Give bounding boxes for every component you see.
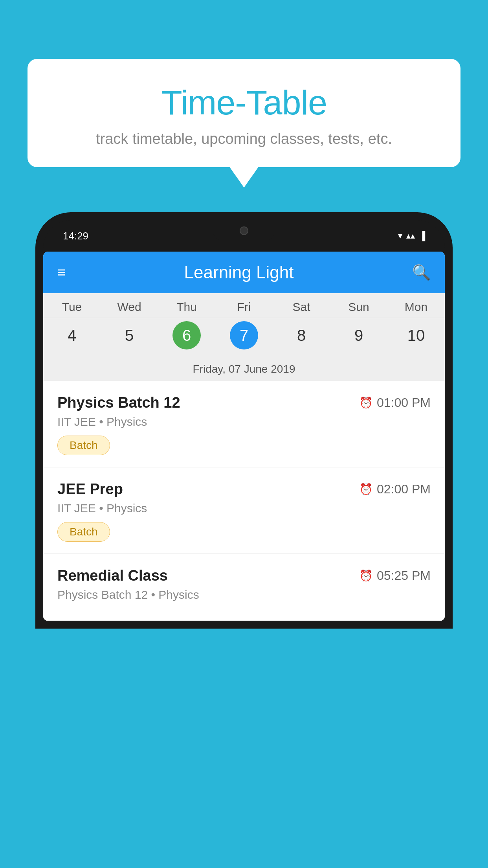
notch bbox=[213, 220, 275, 241]
speech-bubble-container: Time-Table track timetable, upcoming cla… bbox=[28, 59, 460, 167]
day-number-6[interactable]: 6 bbox=[158, 318, 215, 353]
clock-icon-3: ⏰ bbox=[359, 569, 373, 582]
app-header: ≡ Learning Light 🔍 bbox=[43, 252, 445, 293]
schedule-item-1[interactable]: Physics Batch 12 ⏰ 01:00 PM IIT JEE • Ph… bbox=[43, 381, 445, 467]
schedule-item-1-time: ⏰ 01:00 PM bbox=[359, 395, 431, 410]
status-icons: ▾ ▴▴ ▐ bbox=[398, 231, 425, 241]
schedule-item-2-title: JEE Prep bbox=[57, 481, 123, 498]
schedule-item-3[interactable]: Remedial Class ⏰ 05:25 PM Physics Batch … bbox=[43, 554, 445, 621]
bubble-title: Time-Table bbox=[51, 83, 437, 123]
schedule-item-2[interactable]: JEE Prep ⏰ 02:00 PM IIT JEE • Physics Ba… bbox=[43, 467, 445, 554]
schedule-item-2-subtitle: IIT JEE • Physics bbox=[57, 502, 431, 515]
search-icon[interactable]: 🔍 bbox=[412, 264, 431, 281]
day-number-10[interactable]: 10 bbox=[387, 324, 445, 348]
status-time: 14:29 bbox=[63, 230, 88, 242]
day-label-sat[interactable]: Sat bbox=[273, 293, 330, 318]
schedule-item-2-header: JEE Prep ⏰ 02:00 PM bbox=[57, 481, 431, 498]
phone-screen: ≡ Learning Light 🔍 Tue Wed Thu Fri Sat S… bbox=[43, 252, 445, 621]
schedule-item-3-header: Remedial Class ⏰ 05:25 PM bbox=[57, 567, 431, 584]
clock-icon-2: ⏰ bbox=[359, 483, 373, 496]
day-label-thu[interactable]: Thu bbox=[158, 293, 215, 318]
day-numbers-row: 4 5 6 7 8 9 10 bbox=[43, 318, 445, 357]
batch-tag-2[interactable]: Batch bbox=[57, 522, 110, 542]
day-number-9[interactable]: 9 bbox=[330, 324, 387, 348]
day-label-wed[interactable]: Wed bbox=[101, 293, 158, 318]
phone-frame: 14:29 ▾ ▴▴ ▐ ≡ Learning Light 🔍 Tue bbox=[35, 212, 453, 629]
hamburger-icon[interactable]: ≡ bbox=[57, 265, 66, 280]
schedule-item-2-time: ⏰ 02:00 PM bbox=[359, 482, 431, 497]
day-number-8[interactable]: 8 bbox=[273, 324, 330, 348]
speech-bubble: Time-Table track timetable, upcoming cla… bbox=[28, 59, 460, 167]
day-labels-row: Tue Wed Thu Fri Sat Sun Mon bbox=[43, 293, 445, 318]
day-number-4[interactable]: 4 bbox=[43, 324, 101, 348]
day-label-mon[interactable]: Mon bbox=[387, 293, 445, 318]
schedule-item-3-subtitle: Physics Batch 12 • Physics bbox=[57, 588, 431, 601]
app-title: Learning Light bbox=[184, 263, 294, 282]
schedule-list: Physics Batch 12 ⏰ 01:00 PM IIT JEE • Ph… bbox=[43, 381, 445, 621]
selected-date: Friday, 07 June 2019 bbox=[43, 357, 445, 381]
day-label-fri[interactable]: Fri bbox=[215, 293, 273, 318]
clock-icon-1: ⏰ bbox=[359, 396, 373, 409]
schedule-item-1-title: Physics Batch 12 bbox=[57, 394, 180, 411]
calendar-header: Tue Wed Thu Fri Sat Sun Mon 4 5 6 7 bbox=[43, 293, 445, 381]
schedule-item-1-subtitle: IIT JEE • Physics bbox=[57, 415, 431, 428]
schedule-item-1-header: Physics Batch 12 ⏰ 01:00 PM bbox=[57, 394, 431, 411]
schedule-item-3-time: ⏰ 05:25 PM bbox=[359, 568, 431, 583]
day-circle-6[interactable]: 6 bbox=[172, 321, 201, 349]
day-circle-7[interactable]: 7 bbox=[230, 321, 258, 349]
phone-mockup: 14:29 ▾ ▴▴ ▐ ≡ Learning Light 🔍 Tue bbox=[35, 212, 453, 868]
status-bar: 14:29 ▾ ▴▴ ▐ bbox=[43, 220, 445, 252]
day-label-tue[interactable]: Tue bbox=[43, 293, 101, 318]
signal-icon: ▴▴ bbox=[406, 231, 415, 241]
day-number-5[interactable]: 5 bbox=[101, 324, 158, 348]
camera bbox=[240, 226, 248, 235]
wifi-icon: ▾ bbox=[398, 231, 402, 241]
batch-tag-1[interactable]: Batch bbox=[57, 436, 110, 455]
bubble-subtitle: track timetable, upcoming classes, tests… bbox=[51, 131, 437, 147]
day-number-7[interactable]: 7 bbox=[215, 318, 273, 353]
schedule-item-3-title: Remedial Class bbox=[57, 567, 168, 584]
day-label-sun[interactable]: Sun bbox=[330, 293, 387, 318]
battery-icon: ▐ bbox=[419, 231, 425, 241]
